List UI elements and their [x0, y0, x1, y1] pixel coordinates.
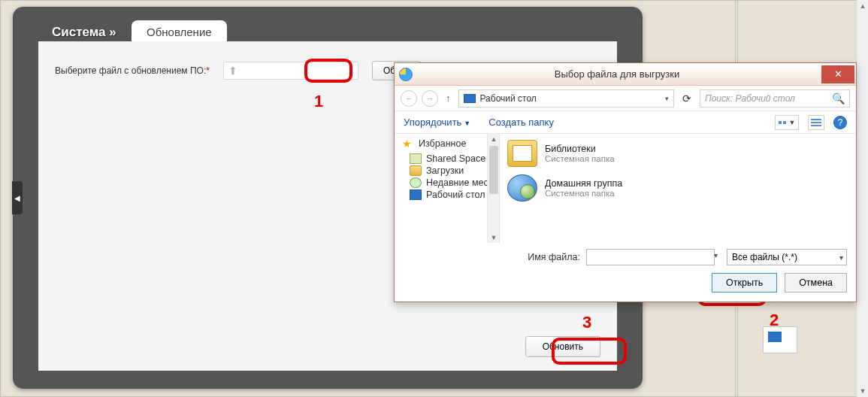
- view-mode-button[interactable]: ▼: [775, 115, 799, 130]
- cancel-button[interactable]: Отмена: [785, 273, 847, 292]
- chevron-down-icon[interactable]: ▾: [714, 251, 718, 259]
- star-icon: ★: [402, 138, 414, 149]
- refresh-button[interactable]: ⟳: [679, 92, 695, 105]
- tree-favorites[interactable]: ★ Избранное: [402, 138, 496, 149]
- arrow-left-icon: ←: [405, 94, 413, 102]
- favorites-label: Избранное: [419, 138, 466, 149]
- filetype-select[interactable]: Все файлы (*.*) ▾: [727, 249, 847, 265]
- item-name: Библиотеки: [545, 144, 615, 154]
- chevron-down-icon[interactable]: ▾: [665, 95, 669, 102]
- search-input[interactable]: Поиск: Рабочий стол 🔍: [700, 89, 850, 108]
- preview-pane-button[interactable]: [808, 115, 824, 130]
- tree-item-downloads[interactable]: Загрузки: [410, 165, 496, 176]
- open-button[interactable]: Открыть: [712, 273, 777, 292]
- filename-input[interactable]: [586, 249, 715, 265]
- nav-back-button[interactable]: ←: [401, 90, 417, 107]
- file-list[interactable]: Библиотеки Системная папка Домашняя груп…: [500, 134, 856, 243]
- close-button[interactable]: ✕: [821, 65, 854, 83]
- organize-menu[interactable]: Упорядочить▼: [404, 117, 470, 128]
- upload-icon: ⬆: [228, 65, 237, 76]
- item-name: Домашняя группа: [545, 178, 622, 189]
- path-box[interactable]: Рабочий стол ▾: [458, 89, 675, 108]
- breadcrumb[interactable]: Система »: [52, 25, 116, 40]
- path-text: Рабочий стол: [480, 93, 537, 104]
- panel-collapse-handle[interactable]: ◀: [12, 181, 23, 214]
- firmware-field-label: Выберите файл с обновлением ПО:*: [55, 65, 210, 76]
- list-icon: [811, 119, 821, 120]
- chevron-down-icon: ▼: [789, 119, 796, 126]
- folder-icon: [410, 165, 422, 176]
- help-button[interactable]: ?: [833, 116, 847, 129]
- tree-item-label: Загрузки: [426, 165, 464, 176]
- dialog-toolbar: Упорядочить▼ Создать папку ▼ ?: [395, 111, 856, 134]
- scroll-down-icon[interactable]: ▼: [857, 385, 868, 397]
- item-subtitle: Системная папка: [545, 154, 615, 163]
- list-item-libraries[interactable]: Библиотеки Системная папка: [507, 140, 848, 167]
- ie-icon: [399, 68, 413, 81]
- filetype-value: Все файлы (*.*): [732, 252, 797, 262]
- tree-item-recent[interactable]: Недавние места: [410, 177, 496, 188]
- homegroup-icon: [507, 174, 537, 202]
- field-label-text: Выберите файл с обновлением ПО:: [55, 65, 206, 76]
- file-dialog: Выбор файла для выгрузки ✕ ← → ↑ Рабочий…: [394, 62, 857, 302]
- right-thumbnail[interactable]: [763, 326, 797, 353]
- tree-scrollbar[interactable]: ▲ ▼: [487, 134, 499, 243]
- nav-tree: ★ Избранное Shared Space Загрузки Недавн…: [395, 134, 500, 243]
- dialog-title: Выбор файла для выгрузки: [413, 68, 821, 80]
- arrow-up-icon: ↑: [446, 92, 451, 104]
- scrollbar-thumb[interactable]: [489, 146, 498, 194]
- nav-forward-button[interactable]: →: [422, 90, 438, 107]
- item-subtitle: Системная папка: [545, 189, 622, 198]
- chevron-down-icon: ▾: [839, 253, 843, 262]
- clock-icon: [410, 177, 422, 188]
- desktop-icon: [464, 94, 476, 103]
- dialog-bottom: Имя файла: ▾ Все файлы (*.*) ▾ Открыть О…: [395, 243, 856, 302]
- required-asterisk: *: [206, 65, 210, 76]
- tree-item-label: Рабочий стол: [426, 189, 485, 200]
- search-placeholder: Поиск: Рабочий стол: [705, 93, 795, 104]
- desktop-icon: [410, 189, 422, 200]
- tree-item-desktop[interactable]: Рабочий стол: [410, 189, 496, 200]
- tab-update[interactable]: Обновление: [132, 20, 227, 44]
- drive-icon: [410, 153, 422, 164]
- help-icon: ?: [838, 117, 843, 128]
- new-folder-button[interactable]: Создать папку: [488, 117, 554, 128]
- arrow-right-icon: →: [426, 94, 434, 102]
- filename-label: Имя файла:: [404, 252, 580, 262]
- dialog-titlebar[interactable]: Выбор файла для выгрузки ✕: [395, 63, 856, 86]
- right-scrollbar[interactable]: ▲ ▼: [856, 0, 868, 397]
- organize-label: Упорядочить: [404, 117, 461, 128]
- grid-icon: [779, 121, 782, 124]
- refresh-icon: ⟳: [682, 92, 691, 105]
- nav-up-button[interactable]: ↑: [443, 92, 454, 104]
- update-button[interactable]: Обновить: [525, 336, 600, 357]
- scroll-down-icon[interactable]: ▼: [488, 232, 500, 243]
- search-icon: 🔍: [832, 92, 845, 105]
- scroll-up-icon[interactable]: ▲: [488, 134, 500, 144]
- tree-item-shared-space[interactable]: Shared Space: [410, 153, 496, 164]
- list-item-homegroup[interactable]: Домашняя группа Системная папка: [507, 174, 848, 202]
- tree-item-label: Shared Space: [426, 153, 485, 164]
- scroll-up-icon[interactable]: ▲: [857, 0, 868, 12]
- chevron-down-icon: ▼: [464, 120, 470, 127]
- firmware-file-input[interactable]: ⬆: [223, 62, 358, 80]
- close-icon: ✕: [834, 68, 842, 80]
- desktop-icon: [768, 332, 782, 342]
- libraries-icon: [507, 140, 537, 167]
- dialog-nav: ← → ↑ Рабочий стол ▾ ⟳ Поиск: Рабочий ст…: [395, 86, 856, 111]
